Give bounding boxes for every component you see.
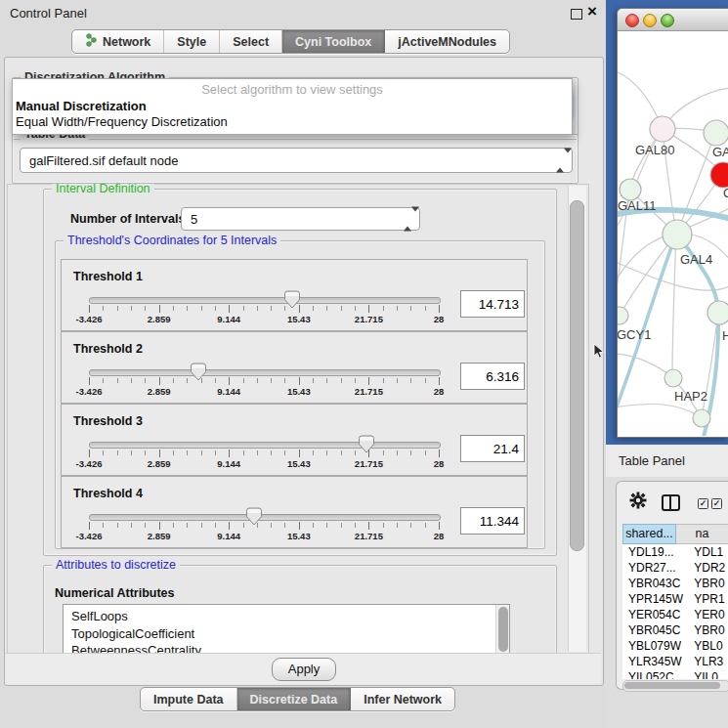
tab-infer-network[interactable]: Infer Network <box>351 688 454 710</box>
close-icon[interactable]: × <box>587 2 597 21</box>
gear-icon[interactable] <box>629 492 647 513</box>
node-gal80[interactable] <box>650 116 675 142</box>
tab-style[interactable]: Style <box>164 30 220 53</box>
network-tree-icon <box>85 33 98 50</box>
node-gal11[interactable] <box>620 179 641 200</box>
threshold-4-label: Threshold 4 <box>73 487 143 500</box>
threshold-4-slider[interactable] <box>89 514 441 521</box>
list-scrollbar-thumb[interactable] <box>498 607 508 652</box>
algorithm-option-manual[interactable]: Manual Discretization <box>16 99 147 113</box>
network-view-window: GAL80 GA C GAL11 GAL4 GCY1 H HAP2 <box>617 8 728 438</box>
minimize-traffic-light-icon[interactable] <box>643 14 657 27</box>
node-label-gcy1: GCY1 <box>618 327 651 342</box>
node-h[interactable] <box>707 301 728 324</box>
node-bottom-partial[interactable] <box>693 409 710 427</box>
number-of-intervals-combobox[interactable]: 5 <box>181 207 420 231</box>
slider-minor-ticks <box>89 450 440 455</box>
cell: YBR0 <box>688 622 728 638</box>
cell: YDR2 <box>688 560 728 576</box>
tab-network[interactable]: Network <box>72 30 164 53</box>
table-row[interactable]: YBL079WYBL0 <box>622 638 728 654</box>
table-row[interactable]: YIL052CYIL0 <box>622 669 728 679</box>
tick-label: 9.144 <box>217 314 240 324</box>
node-gcy1[interactable] <box>618 307 628 324</box>
tick-label: 2.859 <box>148 458 171 469</box>
tab-network-label: Network <box>103 35 150 49</box>
node-gal4[interactable] <box>663 220 692 249</box>
combo-arrows-icon <box>404 212 412 227</box>
tab-discretize-data[interactable]: Discretize Data <box>237 688 352 710</box>
cell: YLR345W <box>622 654 688 669</box>
tab-impute-data-label: Impute Data <box>153 693 224 707</box>
table-row[interactable]: YDR27...YDR2 <box>622 560 728 576</box>
float-window-icon[interactable] <box>571 9 582 20</box>
list-item[interactable]: SelfLoops <box>64 605 509 625</box>
algorithm-dropdown-popup: Select algorithm to view settings Manual… <box>12 78 573 135</box>
node-top-right[interactable] <box>704 120 728 146</box>
cell: YDL19... <box>622 544 688 560</box>
tab-select[interactable]: Select <box>220 30 282 53</box>
table-row[interactable]: YBR043CYBR0 <box>622 576 728 591</box>
tick-label: 9.144 <box>217 458 240 469</box>
threshold-row-1: Threshold 1 -3.426 2.859 9.144 15.43 21.… <box>61 259 528 331</box>
tab-cyni-toolbox[interactable]: Cyni Toolbox <box>282 30 385 53</box>
cell: YLR3 <box>688 654 728 669</box>
threshold-1-label: Threshold 1 <box>73 270 143 283</box>
cell: YPR145W <box>622 591 688 607</box>
table-row[interactable]: YER054CYER0 <box>622 607 728 622</box>
table-row[interactable]: YLR345WYLR3 <box>622 654 728 669</box>
tick-label: 28 <box>434 531 445 541</box>
split-panel-icon[interactable] <box>662 494 680 511</box>
tick-label: 9.144 <box>217 386 240 397</box>
tick-label: 21.715 <box>355 458 383 469</box>
threshold-row-4: Threshold 4 -3.426 2.859 9.144 15.43 21.… <box>61 476 528 548</box>
threshold-3-value-field[interactable] <box>460 435 525 462</box>
threshold-4-value-field[interactable] <box>460 507 525 535</box>
tab-jactivemnodules[interactable]: jActiveMNodules <box>385 30 509 53</box>
node-attribute-table: shared... na YDL19...YDL1 YDR27...YDR2 Y… <box>622 524 728 544</box>
threshold-3-slider[interactable] <box>89 442 441 449</box>
node-label-h: H <box>722 328 728 343</box>
network-canvas[interactable]: GAL80 GA C GAL11 GAL4 GCY1 H HAP2 <box>618 31 728 436</box>
tick-label: 21.715 <box>355 386 383 397</box>
table-panel-titlebar: Table Panel <box>606 445 728 478</box>
number-of-intervals-value: 5 <box>191 212 197 227</box>
zoom-traffic-light-icon[interactable] <box>661 14 674 27</box>
node-label-ga: GA <box>712 145 728 159</box>
table-row[interactable]: YBR045CYBR0 <box>622 622 728 638</box>
node-table-panel: ✓ ✓ shared... na YDL19...YDL1 YDR27...YD… <box>616 481 728 690</box>
algorithm-option-equal-width[interactable]: Equal Width/Frequency Discretization <box>16 114 228 129</box>
threshold-1-slider[interactable] <box>89 297 441 304</box>
threshold-3-label: Threshold 3 <box>73 414 143 428</box>
tick-label: 21.715 <box>355 314 383 324</box>
tab-impute-data[interactable]: Impute Data <box>141 688 237 710</box>
table-row[interactable]: YDL19...YDL1 <box>622 544 728 560</box>
list-item[interactable]: TopologicalCoefficient <box>64 625 509 643</box>
threshold-2-slider[interactable] <box>89 369 441 376</box>
horizontal-scrollbar-thumb[interactable] <box>624 682 720 689</box>
node-selected-red[interactable] <box>710 162 728 188</box>
threshold-2-value-field[interactable] <box>460 363 525 390</box>
tick-label: -3.426 <box>76 314 103 324</box>
table-panel-title: Table Panel <box>619 453 685 468</box>
numerical-attributes-label: Numerical Attributes <box>55 586 174 600</box>
node-hap2[interactable] <box>664 369 682 387</box>
tick-label: -3.426 <box>76 458 103 469</box>
column-header-shared[interactable]: shared... <box>622 524 676 544</box>
threshold-1-value-field[interactable] <box>460 290 525 318</box>
close-traffic-light-icon[interactable] <box>625 14 639 27</box>
tick-label: 15.43 <box>287 386 311 397</box>
cell: YBR0 <box>688 576 728 591</box>
cell: YIL052C <box>622 669 688 679</box>
vertical-scrollbar-thumb[interactable] <box>570 200 584 551</box>
cell: YDL1 <box>688 544 728 560</box>
checked-checkbox-icon[interactable]: ✓ <box>698 498 708 509</box>
mouse-cursor <box>593 343 605 364</box>
network-window-titlebar[interactable] <box>618 9 728 31</box>
tick-label: -3.426 <box>76 531 103 541</box>
column-header-name[interactable]: na <box>676 524 728 544</box>
horizontal-scrollbar-track[interactable] <box>622 680 728 692</box>
apply-button[interactable]: Apply <box>272 658 336 681</box>
table-row[interactable]: YPR145WYPR1 <box>622 591 728 607</box>
checked-checkbox-icon[interactable]: ✓ <box>711 498 722 509</box>
